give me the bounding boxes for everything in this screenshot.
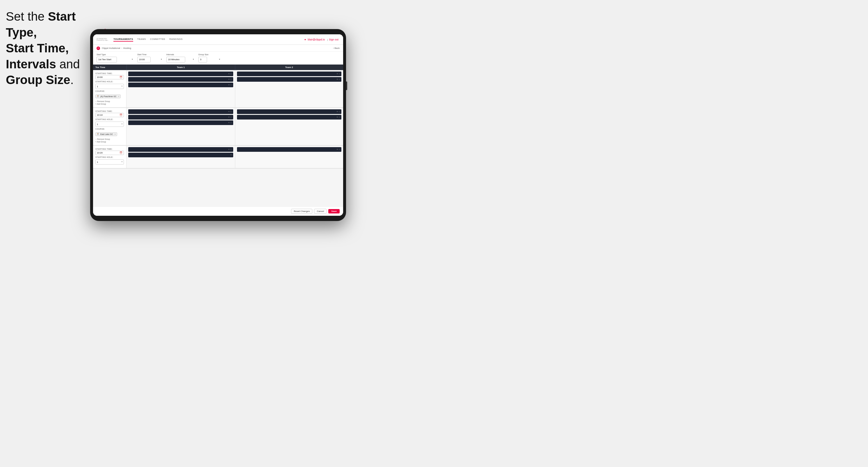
player-o-5-1[interactable]: ○: [230, 148, 231, 150]
intervals-label: Intervals: [6, 57, 56, 71]
player-row-1-1: × ○: [128, 71, 233, 76]
team1-col-1: × ○ × ○ × ○: [126, 70, 235, 107]
player-row-4-2: × ○: [237, 115, 342, 120]
clock-icon-2: ⏰: [120, 114, 122, 116]
player-row-2-2: × ○: [237, 77, 342, 82]
add-group-btn-1[interactable]: + Add Group: [95, 103, 124, 105]
course-tag-1: 🏌 (A) Peachtree GC ×: [95, 94, 121, 98]
tee-time-col-3: STARTING TIME: ⏰ STARTING HOLE: 1: [93, 146, 126, 168]
player-o-3-1[interactable]: ○: [230, 111, 231, 113]
player-row-5-1: × ○: [128, 147, 233, 152]
player-o-2-2[interactable]: ○: [339, 78, 340, 80]
player-row-2-1: × ○: [237, 71, 342, 76]
instruction-text: Set the Start Type, Start Time, Interval…: [6, 9, 99, 88]
nav-tab-committee[interactable]: COMMITTEE: [150, 37, 165, 41]
player-x-5-2[interactable]: ×: [230, 154, 231, 156]
player-row-1-2: × ○: [128, 77, 233, 82]
schedule-table: Tee Time Team 1 Team 2 STARTING TIME: ⏰ …: [93, 65, 343, 207]
player-o-6-1[interactable]: ○: [339, 148, 340, 150]
player-x-1-3[interactable]: ×: [228, 84, 229, 86]
tablet-side-button: [346, 82, 347, 90]
start-time-label: Start Time: [137, 54, 163, 56]
player-x-5-1[interactable]: ×: [228, 148, 229, 150]
starting-hole-label-2: STARTING HOLE:: [95, 118, 124, 120]
player-x-2-1[interactable]: ×: [337, 73, 338, 75]
nav-bar: SCOREBOARD Powered by clipp... TOURNAMEN…: [93, 34, 343, 45]
intervals-label: Intervals: [166, 54, 195, 56]
tee-time-col-2: STARTING TIME: ⏰ STARTING HOLE: 1 COURSE…: [93, 108, 126, 145]
starting-time-input-2[interactable]: [97, 114, 114, 116]
save-button[interactable]: Save: [328, 209, 340, 213]
add-group-btn-2[interactable]: + Add Group: [95, 141, 124, 143]
breadcrumb-app: Clippd Invitational: [102, 47, 120, 50]
start-type-group: Start Type 1st Tee Start: [97, 54, 134, 63]
player-o-3-3[interactable]: ○: [230, 122, 231, 124]
starting-time-input-3[interactable]: [97, 152, 114, 154]
team2-col-1: × ○ × ○: [235, 70, 343, 107]
player-x-4-1[interactable]: ×: [337, 111, 338, 113]
player-o-3-2[interactable]: ○: [230, 116, 231, 118]
course-label-2: COURSE:: [95, 128, 124, 130]
nav-tab-teams[interactable]: TEAMS: [137, 37, 146, 41]
nav-tabs: TOURNAMENTS TEAMS COMMITTEE RANKINGS: [114, 37, 305, 41]
team2-col-2: × ○ × ○: [235, 108, 343, 145]
player-o-4-2[interactable]: ○: [339, 116, 340, 118]
group-row-1: STARTING TIME: ⏰ STARTING HOLE: 1 COURSE…: [93, 70, 343, 108]
remove-group-btn-2[interactable]: ○ Remove Group: [95, 138, 124, 140]
starting-hole-select-1[interactable]: 1: [95, 84, 124, 89]
starting-hole-select-2[interactable]: 1: [95, 122, 124, 127]
starting-hole-select-3[interactable]: 1: [95, 159, 124, 164]
player-x-3-1[interactable]: ×: [228, 111, 229, 113]
tablet-screen: SCOREBOARD Powered by clipp... TOURNAMEN…: [93, 34, 343, 216]
course-remove-1[interactable]: ×: [118, 95, 120, 98]
group-row-3: STARTING TIME: ⏰ STARTING HOLE: 1: [93, 146, 343, 169]
starting-time-label-2: STARTING TIME:: [95, 110, 124, 112]
cancel-button[interactable]: Cancel: [314, 209, 327, 214]
course-name-2: East Lake GC: [100, 133, 113, 135]
player-row-3-1: × ○: [128, 109, 233, 114]
group-size-group: Group Size 3: [198, 54, 222, 63]
back-button[interactable]: ‹ Back: [333, 47, 340, 50]
course-remove-2[interactable]: ×: [115, 133, 116, 135]
player-o-1-2[interactable]: ○: [230, 78, 231, 80]
course-icon-1: 🏌: [97, 95, 99, 97]
group-size-label: Group Size: [198, 54, 222, 56]
team1-col-3: × ○ ×: [126, 146, 235, 168]
settings-row: Start Type 1st Tee Start Start Time 10:0…: [93, 52, 343, 65]
course-icon-2: 🏌: [97, 133, 99, 135]
reset-changes-button[interactable]: Reset Changes: [291, 209, 312, 214]
sign-out-link[interactable]: Sign out: [329, 38, 339, 41]
player-x-1-2[interactable]: ×: [228, 78, 229, 80]
start-time-group: Start Time 10:00: [137, 54, 163, 63]
starting-time-label-3: STARTING TIME:: [95, 148, 124, 150]
breadcrumb-sub: Hosting: [123, 47, 131, 50]
start-type-select[interactable]: 1st Tee Start: [97, 57, 117, 63]
remove-group-btn-1[interactable]: ○ Remove Group: [95, 100, 124, 102]
course-tag-2: 🏌 East Lake GC ×: [95, 132, 117, 136]
intervals-select[interactable]: 10 Minutes: [166, 57, 185, 63]
player-row-6-1: × ○: [237, 147, 342, 152]
starting-hole-label-1: STARTING HOLE:: [95, 81, 124, 83]
player-o-1-1[interactable]: ○: [230, 73, 231, 75]
player-x-2-2[interactable]: ×: [337, 78, 338, 80]
course-name-1: (A) Peachtree GC: [100, 95, 117, 97]
app-logo: SCOREBOARD Powered by clipp...: [97, 38, 109, 41]
player-x-3-2[interactable]: ×: [228, 116, 229, 118]
group-actions-1: ○ Remove Group + Add Group: [95, 100, 124, 105]
nav-tab-rankings[interactable]: RANKINGS: [169, 37, 183, 41]
player-x-1-1[interactable]: ×: [228, 73, 229, 75]
player-x-3-3[interactable]: ×: [228, 122, 229, 124]
player-o-4-1[interactable]: ○: [339, 111, 340, 113]
player-o-2-1[interactable]: ○: [339, 73, 340, 75]
start-time-select[interactable]: 10:00: [137, 57, 151, 63]
group-size-select[interactable]: 3: [198, 57, 207, 63]
start-time-label: Start Time,: [6, 41, 69, 55]
nav-tab-tournaments[interactable]: TOURNAMENTS: [114, 37, 133, 41]
player-x-6-1[interactable]: ×: [337, 148, 338, 150]
start-type-label: Start Type: [97, 54, 134, 56]
starting-time-input-1[interactable]: [97, 76, 114, 79]
player-o-1-3[interactable]: ○: [230, 84, 231, 86]
player-row-3-2: × ○: [128, 115, 233, 120]
player-x-4-2[interactable]: ×: [337, 116, 338, 118]
group-size-label: Group Size: [6, 73, 70, 87]
